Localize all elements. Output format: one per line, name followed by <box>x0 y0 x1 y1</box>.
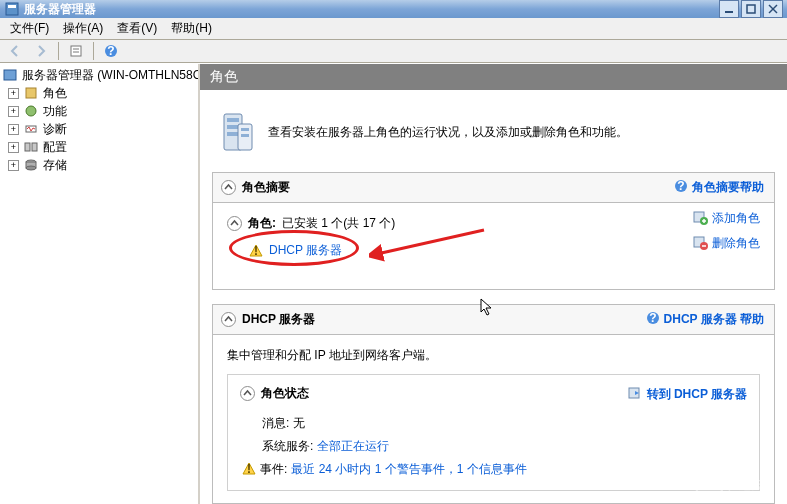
tree-roles-label: 角色 <box>43 85 67 102</box>
add-role-icon <box>692 209 708 228</box>
svg-text:?: ? <box>107 44 114 58</box>
svg-text:!: ! <box>254 244 258 258</box>
dhcp-help-link[interactable]: DHCP 服务器 帮助 <box>664 311 764 328</box>
server-manager-icon <box>4 1 20 17</box>
content-panel: 角色 查看安装在服务器上角色的运行状况，以及添加或删除角色和功能。 角色摘要 ?… <box>200 64 787 504</box>
intro-row: 查看安装在服务器上角色的运行状况，以及添加或删除角色和功能。 <box>212 100 775 172</box>
tree-features[interactable]: + 功能 <box>2 102 196 120</box>
tree-features-label: 功能 <box>43 103 67 120</box>
svg-rect-23 <box>227 132 239 136</box>
close-button[interactable] <box>763 0 783 18</box>
maximize-button[interactable] <box>741 0 761 18</box>
svg-rect-16 <box>32 143 37 151</box>
svg-text:?: ? <box>649 311 656 325</box>
intro-text: 查看安装在服务器上角色的运行状况，以及添加或删除角色和功能。 <box>268 124 628 141</box>
svg-point-13 <box>26 106 36 116</box>
add-role-link[interactable]: 添加角色 <box>712 210 760 227</box>
role-summary-panel: 角色摘要 ? 角色摘要帮助 角色: 已安装 1 个(共 17 个) <box>212 172 775 290</box>
titlebar: 服务器管理器 <box>0 0 787 18</box>
warning-icon: ! <box>242 461 256 475</box>
expand-toggle[interactable]: + <box>8 124 19 135</box>
collapse-button[interactable] <box>221 180 236 195</box>
svc-label: 系统服务: <box>262 435 313 458</box>
tree-diagnostics-label: 诊断 <box>43 121 67 138</box>
svg-rect-11 <box>4 70 16 80</box>
svg-text:?: ? <box>677 179 684 193</box>
installed-count: 已安装 1 个(共 17 个) <box>282 215 395 232</box>
svg-rect-12 <box>26 88 36 98</box>
expand-toggle[interactable]: + <box>8 106 19 117</box>
remove-role-icon <box>692 234 708 253</box>
tree-diagnostics[interactable]: + 诊断 <box>2 120 196 138</box>
toolbar-separator <box>93 42 94 60</box>
collapse-button[interactable] <box>221 312 236 327</box>
tree-root-label: 服务器管理器 (WIN-OMTHLN58CO <box>22 67 200 84</box>
configuration-icon <box>23 139 39 155</box>
msg-label: 消息: <box>262 412 289 435</box>
svg-rect-1 <box>8 5 16 8</box>
events-link[interactable]: 最近 24 小时内 1 个警告事件，1 个信息事件 <box>291 458 526 481</box>
goto-dhcp-link[interactable]: 转到 DHCP 服务器 <box>647 386 747 403</box>
menu-action[interactable]: 操作(A) <box>57 18 109 39</box>
server-manager-icon <box>2 67 18 83</box>
svg-rect-6 <box>71 46 81 56</box>
svg-rect-3 <box>747 5 755 13</box>
help-button[interactable]: ? <box>100 40 122 62</box>
menubar: 文件(F) 操作(A) 查看(V) 帮助(H) <box>0 18 787 40</box>
expand-toggle[interactable]: + <box>8 160 19 171</box>
properties-button[interactable] <box>65 40 87 62</box>
svc-status-link[interactable]: 全部正在运行 <box>317 435 389 458</box>
tree-panel: 服务器管理器 (WIN-OMTHLN58CO + 角色 + 功能 + 诊断 <box>0 64 200 504</box>
toolbar-separator <box>58 42 59 60</box>
expand-toggle[interactable]: + <box>8 142 19 153</box>
remove-role-link[interactable]: 删除角色 <box>712 235 760 252</box>
back-button[interactable] <box>4 40 26 62</box>
roles-icon <box>23 85 39 101</box>
collapse-button[interactable] <box>240 386 255 401</box>
window-title: 服务器管理器 <box>24 1 719 18</box>
tree-roles[interactable]: + 角色 <box>2 84 196 102</box>
svg-rect-26 <box>241 134 249 137</box>
svg-text:!: ! <box>247 462 251 476</box>
svg-rect-21 <box>227 118 239 122</box>
tree-configuration[interactable]: + 配置 <box>2 138 196 156</box>
svg-rect-0 <box>6 3 18 15</box>
role-status-title: 角色状态 <box>261 385 309 402</box>
help-icon: ? <box>646 311 660 328</box>
expand-toggle[interactable]: + <box>8 88 19 99</box>
features-icon <box>23 103 39 119</box>
storage-icon <box>23 157 39 173</box>
installed-label: 角色: <box>248 215 276 232</box>
tree-root[interactable]: 服务器管理器 (WIN-OMTHLN58CO <box>2 66 196 84</box>
tree-storage-label: 存储 <box>43 157 67 174</box>
tree-storage[interactable]: + 存储 <box>2 156 196 174</box>
content-title: 角色 <box>200 64 787 90</box>
svg-rect-15 <box>25 143 30 151</box>
evt-label: 事件: <box>260 458 287 481</box>
diagnostics-icon <box>23 121 39 137</box>
goto-icon <box>627 385 643 404</box>
svg-rect-25 <box>241 128 249 131</box>
tree-configuration-label: 配置 <box>43 139 67 156</box>
help-icon: ? <box>674 179 688 196</box>
watermark: 亿速云 <box>689 469 779 500</box>
svg-text:亿速云: 亿速云 <box>726 478 763 492</box>
warning-icon: ! <box>249 244 263 258</box>
dhcp-panel-title: DHCP 服务器 <box>242 311 315 328</box>
collapse-button[interactable] <box>227 216 242 231</box>
menu-view[interactable]: 查看(V) <box>111 18 163 39</box>
forward-button[interactable] <box>30 40 52 62</box>
server-rack-icon <box>218 110 256 154</box>
dhcp-description: 集中管理和分配 IP 地址到网络客户端。 <box>227 347 760 364</box>
role-summary-title: 角色摘要 <box>242 179 290 196</box>
menu-file[interactable]: 文件(F) <box>4 18 55 39</box>
msg-value: 无 <box>293 412 305 435</box>
svg-rect-22 <box>227 125 239 129</box>
toolbar: ? <box>0 40 787 63</box>
menu-help[interactable]: 帮助(H) <box>165 18 218 39</box>
minimize-button[interactable] <box>719 0 739 18</box>
dhcp-role-link[interactable]: DHCP 服务器 <box>269 242 342 259</box>
svg-point-19 <box>26 166 36 170</box>
role-summary-help-link[interactable]: 角色摘要帮助 <box>692 179 764 196</box>
svg-line-30 <box>377 230 484 254</box>
